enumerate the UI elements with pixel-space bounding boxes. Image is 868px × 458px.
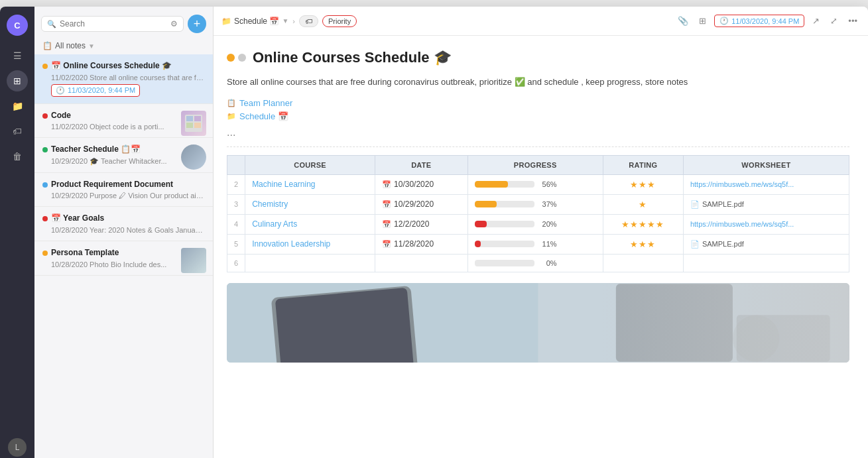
expand-icon[interactable]: ⤢ <box>828 15 840 27</box>
progress-label: 20% <box>538 220 557 228</box>
timestamp-text: 11/03/2020, 9:44 PM <box>731 17 799 25</box>
note-title: Code <box>51 111 176 121</box>
team-planner-link[interactable]: 📋 Team Planner <box>227 98 849 108</box>
col-course: COURSE <box>245 155 375 174</box>
progress-cell: 56% <box>467 174 603 194</box>
date-cell: 📅10/30/2020 <box>375 174 468 194</box>
worksheet-cell[interactable]: https://nimbusweb.me/ws/sq5f... <box>683 174 849 194</box>
page-description: Store all online courses that are free d… <box>227 76 849 89</box>
sidebar-icon-tag[interactable]: 🏷 <box>7 121 28 142</box>
status-dot-gray <box>238 54 246 62</box>
note-preview: 10/28/2020 Year: 2020 Notes & Goals Janu… <box>51 226 205 234</box>
chevron-down-icon: ▼ <box>282 17 288 25</box>
chevron-down-icon: ▼ <box>88 42 95 50</box>
worksheet-cell[interactable]: 📄SAMPLE.pdf <box>683 234 849 254</box>
note-preview: 10/29/2020 Purpose 🖊 Vision Our product … <box>51 192 205 200</box>
more-options-icon[interactable]: ••• <box>845 15 860 27</box>
notes-header: 🔍 ⚙ + <box>34 7 213 37</box>
svg-rect-2 <box>194 116 201 121</box>
all-notes-label[interactable]: 📋 All notes ▼ <box>34 37 213 54</box>
row-number: 2 <box>227 174 245 194</box>
toolbar-timestamp[interactable]: 🕐 11/03/2020, 9:44 PM <box>714 15 804 27</box>
note-title: Persona Template <box>51 248 176 258</box>
worksheet-link[interactable]: https://nimbusweb.me/ws/sq5f... <box>690 220 794 228</box>
note-status-dot <box>42 113 48 119</box>
image-banner <box>227 283 849 363</box>
calendar-icon: 📅 <box>382 180 391 189</box>
progress-bar <box>475 181 534 188</box>
note-status-dot <box>42 251 48 256</box>
page-links: 📋 Team Planner 📁 Schedule 📅 <box>227 98 849 121</box>
icon-sidebar: C ☰ ⊞ 📁 🏷 🗑 L <box>0 7 34 458</box>
progress-label: 37% <box>538 200 557 208</box>
user-avatar[interactable]: C <box>7 15 28 36</box>
course-cell[interactable]: Culinary Arts <box>245 214 375 234</box>
col-rating: RATING <box>603 155 683 174</box>
breadcrumb[interactable]: 📁 Schedule 📅 ▼ <box>221 17 288 26</box>
row-number: 5 <box>227 234 245 254</box>
filter-icon[interactable]: ⚙ <box>170 19 178 29</box>
progress-fill <box>475 241 481 247</box>
progress-cell: 37% <box>467 194 603 214</box>
list-item[interactable]: Teacher Schedule 📋📅 10/29/2020 🎓 Teacher… <box>34 138 213 173</box>
search-bar[interactable]: 🔍 ⚙ <box>41 16 184 32</box>
list-item[interactable]: Persona Template 10/28/2020 Photo Bio In… <box>34 241 213 276</box>
progress-cell: 11% <box>467 234 603 254</box>
note-status-dot <box>42 147 48 152</box>
sidebar-icon-grid[interactable]: ⊞ <box>7 70 28 91</box>
calendar-icon: 📅 <box>382 240 391 249</box>
course-cell[interactable]: Innovation Leadership <box>245 234 375 254</box>
rating-cell: ★★★★★ <box>603 214 683 234</box>
star-rating: ★ <box>639 200 647 209</box>
col-num <box>227 155 245 174</box>
ellipsis: ... <box>227 127 849 139</box>
note-title: 📅 Online Courses Schedule 🎓 <box>51 61 205 72</box>
list-item[interactable]: Code 11/02/2020 Object code is a porti..… <box>34 104 213 139</box>
date-cell <box>375 254 468 272</box>
note-thumbnail <box>181 111 206 136</box>
share-icon[interactable]: ↗ <box>810 15 822 27</box>
grid-view-icon[interactable]: ⊞ <box>696 15 709 27</box>
add-note-button[interactable]: + <box>188 15 206 33</box>
timestamp-badge: 🕐 11/03/2020, 9:44 PM <box>51 84 140 97</box>
col-date: DATE <box>375 155 468 174</box>
course-cell[interactable]: Machine Learning <box>245 174 375 194</box>
svg-rect-1 <box>186 116 193 121</box>
progress-fill <box>475 221 487 227</box>
breadcrumb-label: Schedule 📅 <box>234 17 279 26</box>
pdf-file: 📄SAMPLE.pdf <box>690 240 842 249</box>
worksheet-cell[interactable] <box>683 254 849 272</box>
worksheet-link[interactable]: https://nimbusweb.me/ws/sq5f... <box>690 180 794 188</box>
row-number: 3 <box>227 194 245 214</box>
progress-bar <box>475 241 534 247</box>
course-cell[interactable] <box>245 254 375 272</box>
list-item[interactable]: 📅 Online Courses Schedule 🎓 11/02/2020 S… <box>34 54 213 104</box>
main-body: Online Courses Schedule 🎓 Store all onli… <box>214 36 868 458</box>
sidebar-icon-trash[interactable]: 🗑 <box>7 146 28 167</box>
rating-cell: ★ <box>603 194 683 214</box>
search-icon: 🔍 <box>47 20 56 29</box>
progress-label: 11% <box>538 240 557 248</box>
folder-icon: 📁 <box>221 17 231 26</box>
date-cell: 📅11/28/2020 <box>375 234 468 254</box>
breadcrumb-separator: › <box>292 17 295 25</box>
worksheet-cell[interactable]: https://nimbusweb.me/ws/sq5f... <box>683 214 849 234</box>
worksheet-cell[interactable]: 📄SAMPLE.pdf <box>683 194 849 214</box>
progress-label: 56% <box>538 180 557 188</box>
calendar-icon: 📅 <box>382 200 391 209</box>
course-cell[interactable]: Chemistry <box>245 194 375 214</box>
list-item[interactable]: 📅 Year Goals 10/28/2020 Year: 2020 Notes… <box>34 207 213 241</box>
attachment-icon[interactable]: 📎 <box>675 15 691 27</box>
sidebar-icon-menu[interactable]: ☰ <box>7 45 28 66</box>
star-rating: ★★★★★ <box>621 219 664 229</box>
list-item[interactable]: Product Requirement Document 10/29/2020 … <box>34 173 213 207</box>
priority-badge[interactable]: Priority <box>322 15 357 27</box>
search-input[interactable] <box>60 19 167 29</box>
note-status-dot <box>42 216 48 221</box>
tag-badge[interactable]: 🏷 <box>299 15 318 27</box>
bottom-user-avatar[interactable]: L <box>8 438 27 457</box>
sidebar-icon-folder[interactable]: 📁 <box>7 95 28 117</box>
schedule-link[interactable]: 📁 Schedule 📅 <box>227 111 849 121</box>
image-overlay <box>600 283 849 363</box>
toolbar-left: 📁 Schedule 📅 ▼ › 🏷 Priority <box>221 15 670 27</box>
